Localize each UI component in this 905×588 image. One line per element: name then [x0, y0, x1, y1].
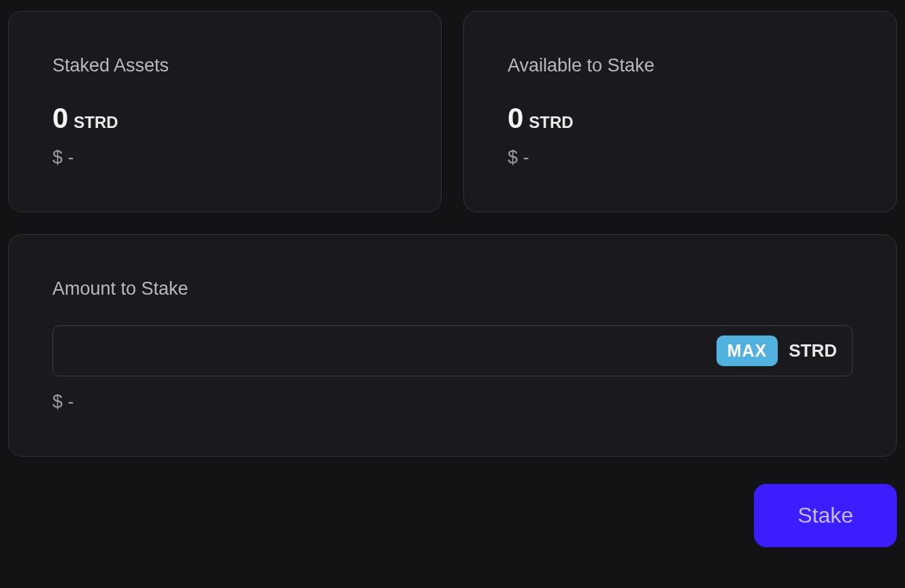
amount-to-stake-title: Amount to Stake	[52, 278, 853, 299]
available-to-stake-card: Available to Stake 0 STRD $ -	[463, 11, 897, 212]
stake-button[interactable]: Stake	[754, 484, 897, 547]
stake-currency-label: STRD	[789, 340, 837, 361]
available-currency: STRD	[529, 113, 573, 132]
staked-assets-title: Staked Assets	[52, 55, 397, 76]
available-value-row: 0 STRD	[508, 102, 853, 135]
available-amount: 0	[508, 102, 523, 135]
staked-assets-value-row: 0 STRD	[52, 102, 397, 135]
available-dollar-value: $ -	[508, 147, 853, 168]
available-title: Available to Stake	[508, 55, 853, 76]
max-button[interactable]: MAX	[717, 336, 778, 366]
stake-input-wrapper: MAX STRD	[52, 325, 853, 376]
staked-assets-currency: STRD	[73, 113, 118, 132]
stake-button-container: Stake	[8, 484, 897, 547]
staked-assets-card: Staked Assets 0 STRD $ -	[8, 11, 442, 212]
amount-to-stake-card: Amount to Stake MAX STRD $ -	[8, 234, 897, 457]
staked-assets-amount: 0	[52, 102, 68, 135]
stake-amount-input[interactable]	[68, 340, 706, 361]
stake-dollar-value: $ -	[52, 391, 853, 412]
staked-assets-dollar-value: $ -	[52, 147, 397, 168]
